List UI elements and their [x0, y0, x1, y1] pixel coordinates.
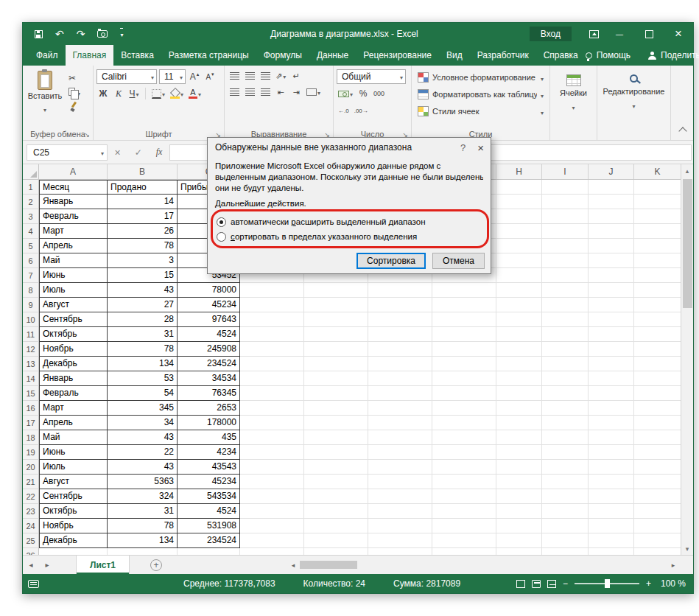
- cell[interactable]: [634, 504, 681, 519]
- cell[interactable]: [496, 312, 542, 327]
- cell[interactable]: [240, 298, 304, 312]
- cell[interactable]: [589, 475, 634, 489]
- cell[interactable]: 543534: [178, 489, 240, 504]
- ribbon-tab[interactable]: Справка: [536, 45, 586, 66]
- sheet-nav-left-icon[interactable]: [23, 556, 39, 574]
- cell[interactable]: [496, 371, 542, 386]
- scroll-right-icon[interactable]: [668, 561, 678, 569]
- align-center-button[interactable]: [243, 85, 256, 99]
- cell[interactable]: [496, 268, 542, 283]
- conditional-formatting-button[interactable]: Условное форматирование: [415, 69, 547, 85]
- row-header[interactable]: 15: [23, 386, 39, 401]
- undo-button[interactable]: [55, 28, 64, 40]
- column-header[interactable]: I: [542, 164, 589, 179]
- cell[interactable]: Август: [39, 298, 108, 312]
- cell[interactable]: [432, 533, 496, 548]
- cell[interactable]: 17: [108, 209, 178, 224]
- row-header[interactable]: 10: [23, 312, 39, 327]
- cell[interactable]: [496, 180, 542, 195]
- cell[interactable]: Май: [39, 430, 108, 445]
- cell[interactable]: Ноябрь: [39, 519, 108, 533]
- cell[interactable]: [432, 460, 496, 475]
- cell[interactable]: 2653: [178, 401, 240, 416]
- borders-button[interactable]: [150, 87, 166, 100]
- cell[interactable]: Июль: [39, 283, 108, 298]
- cell[interactable]: [496, 519, 542, 533]
- cell[interactable]: Май: [39, 253, 108, 268]
- cell[interactable]: [368, 386, 432, 401]
- cell[interactable]: [432, 283, 496, 298]
- row-header[interactable]: 12: [23, 342, 39, 357]
- italic-button[interactable]: К: [112, 87, 125, 100]
- merge-center-button[interactable]: [305, 85, 322, 99]
- cell[interactable]: 31: [108, 504, 178, 519]
- minimize-button[interactable]: [605, 23, 634, 45]
- cell[interactable]: Продано: [108, 180, 178, 195]
- cell[interactable]: [634, 371, 681, 386]
- cell[interactable]: [496, 239, 542, 253]
- scrollbar-thumb[interactable]: [300, 561, 357, 569]
- cell[interactable]: [634, 519, 681, 533]
- cell[interactable]: [240, 475, 304, 489]
- cell[interactable]: [634, 460, 681, 475]
- cell[interactable]: 345: [108, 401, 178, 416]
- column-header[interactable]: H: [496, 164, 542, 179]
- cell[interactable]: [496, 298, 542, 312]
- cell[interactable]: [542, 224, 589, 239]
- ribbon-tab[interactable]: Файл: [29, 45, 66, 66]
- cell[interactable]: [542, 298, 589, 312]
- cell[interactable]: 78000: [178, 283, 240, 298]
- cell[interactable]: [368, 401, 432, 416]
- row-header[interactable]: 2: [23, 195, 39, 209]
- cell[interactable]: [589, 239, 634, 253]
- cancel-button[interactable]: Отмена: [432, 253, 485, 269]
- cell[interactable]: [496, 460, 542, 475]
- zoom-level[interactable]: 100 %: [661, 578, 686, 589]
- cell[interactable]: 134: [108, 533, 178, 548]
- cell[interactable]: [368, 533, 432, 548]
- redo-button[interactable]: [77, 28, 85, 40]
- decrease-font-button[interactable]: А: [203, 70, 217, 83]
- cell[interactable]: [368, 504, 432, 519]
- row-header[interactable]: 24: [23, 519, 39, 533]
- cell[interactable]: [496, 416, 542, 430]
- cell[interactable]: [496, 357, 542, 371]
- cell[interactable]: [368, 312, 432, 327]
- cell[interactable]: [589, 357, 634, 371]
- cell[interactable]: [432, 489, 496, 504]
- cell[interactable]: [589, 342, 634, 357]
- cell[interactable]: [240, 416, 304, 430]
- ribbon-tab[interactable]: Данные: [309, 45, 356, 66]
- cell[interactable]: [542, 445, 589, 460]
- cell[interactable]: [432, 519, 496, 533]
- cell[interactable]: 34: [108, 416, 178, 430]
- cell[interactable]: 5363: [108, 475, 178, 489]
- dialog-close-button[interactable]: [477, 141, 484, 154]
- cell[interactable]: [240, 460, 304, 475]
- cell[interactable]: Ноябрь: [39, 342, 108, 357]
- cell[interactable]: [542, 504, 589, 519]
- cell[interactable]: [432, 327, 496, 342]
- cell[interactable]: [542, 180, 589, 195]
- cell[interactable]: [496, 283, 542, 298]
- cell[interactable]: [304, 430, 368, 445]
- font-size-select[interactable]: 11: [159, 69, 186, 84]
- cell[interactable]: [304, 519, 368, 533]
- cell[interactable]: [634, 253, 681, 268]
- cell[interactable]: 27: [108, 298, 178, 312]
- insert-function-button[interactable]: fx: [156, 147, 163, 158]
- cell[interactable]: [589, 548, 634, 555]
- cell[interactable]: Декабрь: [39, 533, 108, 548]
- row-header[interactable]: 1: [23, 180, 39, 195]
- cell[interactable]: [432, 445, 496, 460]
- scroll-up-icon[interactable]: [681, 164, 693, 177]
- cell[interactable]: [542, 519, 589, 533]
- cell[interactable]: [368, 342, 432, 357]
- normal-view-button[interactable]: [516, 580, 525, 588]
- format-painter-button[interactable]: [69, 101, 80, 112]
- cell[interactable]: [634, 416, 681, 430]
- cell[interactable]: [634, 239, 681, 253]
- cell[interactable]: [368, 430, 432, 445]
- cell[interactable]: [240, 386, 304, 401]
- customize-toolbar-button[interactable]: [120, 28, 123, 40]
